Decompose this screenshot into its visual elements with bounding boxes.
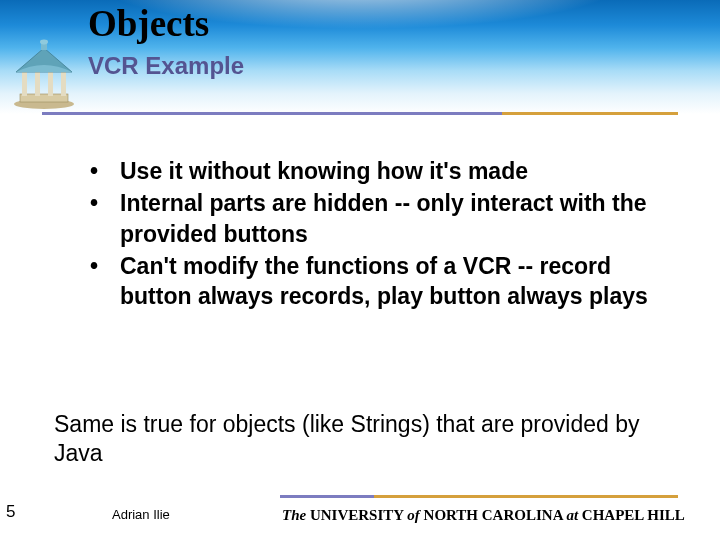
- list-item: Can't modify the functions of a VCR -- r…: [90, 251, 650, 312]
- header-divider: [42, 112, 678, 115]
- univ-word: CHAPEL HILL: [578, 507, 685, 523]
- list-item: Internal parts are hidden -- only intera…: [90, 188, 650, 249]
- univ-word: NORTH CAROLINA: [420, 507, 567, 523]
- summary-text: Same is true for objects (like Strings) …: [54, 410, 644, 469]
- svg-rect-3: [61, 70, 66, 96]
- svg-rect-2: [22, 70, 27, 96]
- univ-word: UNIVERSITY: [306, 507, 407, 523]
- old-well-logo: [10, 38, 78, 110]
- univ-word: at: [566, 507, 578, 523]
- svg-point-7: [40, 40, 48, 45]
- univ-word: of: [407, 507, 420, 523]
- univ-word: The: [282, 507, 306, 523]
- svg-rect-5: [48, 70, 53, 96]
- author-name: Adrian Ilie: [112, 507, 170, 522]
- university-name: The UNIVERSITY of NORTH CAROLINA at CHAP…: [282, 507, 685, 524]
- page-number: 5: [6, 502, 15, 522]
- slide-subtitle: VCR Example: [88, 52, 244, 80]
- svg-rect-1: [20, 94, 68, 102]
- slide-title: Objects: [88, 2, 209, 45]
- list-item: Use it without knowing how it's made: [90, 156, 650, 186]
- svg-rect-4: [35, 70, 40, 96]
- footer-divider: [280, 495, 678, 498]
- header-banner: Objects VCR Example: [0, 0, 720, 114]
- bullet-list: Use it without knowing how it's made Int…: [90, 156, 650, 314]
